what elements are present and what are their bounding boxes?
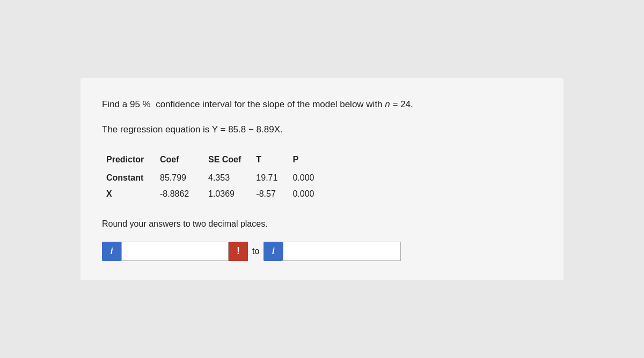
exclamation-button[interactable]: ! — [229, 242, 248, 261]
answer-row: i ! to i — [102, 242, 542, 261]
row1-coef: 85.799 — [160, 170, 208, 186]
regression-table: Predictor Coef SE Coef T P Constant 85.7… — [106, 152, 329, 202]
row2-predictor: X — [106, 186, 160, 202]
row1-secoef: 4.353 — [208, 170, 256, 186]
table-row: Constant 85.799 4.353 19.71 0.000 — [106, 170, 329, 186]
col-header-p: P — [292, 152, 329, 170]
info-button-left[interactable]: i — [102, 242, 121, 261]
row1-p: 0.000 — [292, 170, 329, 186]
col-header-predictor: Predictor — [106, 152, 160, 170]
table-row: X -8.8862 1.0369 -8.57 0.000 — [106, 186, 329, 202]
round-note: Round your answers to two decimal places… — [102, 219, 542, 229]
question-text: Find a 95 % confidence interval for the … — [102, 98, 542, 111]
table-section: Predictor Coef SE Coef T P Constant 85.7… — [102, 152, 542, 202]
row1-predictor: Constant — [106, 170, 160, 186]
col-header-coef: Coef — [160, 152, 208, 170]
row2-coef: -8.8862 — [160, 186, 208, 202]
row2-p: 0.000 — [292, 186, 329, 202]
regression-equation: The regression equation is Y = 85.8 − 8.… — [102, 123, 542, 137]
col-header-secoef: SE Coef — [208, 152, 256, 170]
row2-t: -8.57 — [256, 186, 292, 202]
info-button-right[interactable]: i — [264, 242, 283, 261]
answer-input-right[interactable] — [283, 242, 401, 261]
row2-secoef: 1.0369 — [208, 186, 256, 202]
to-label: to — [248, 247, 264, 256]
row1-t: 19.71 — [256, 170, 292, 186]
answer-input-left[interactable] — [121, 242, 229, 261]
col-header-t: T — [256, 152, 292, 170]
main-container: Find a 95 % confidence interval for the … — [80, 78, 564, 280]
